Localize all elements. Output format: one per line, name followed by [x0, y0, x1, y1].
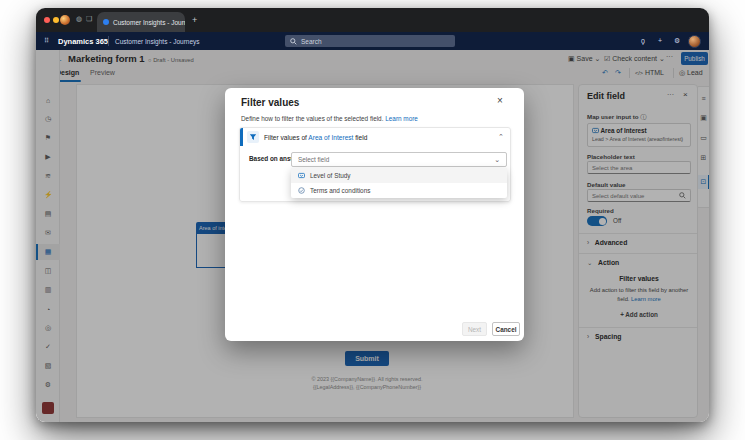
header-divider: [108, 36, 109, 46]
field-options-dropdown: Level of Study Terms and conditions: [291, 168, 507, 198]
filter-values-dialog: Filter values × Define how to filter the…: [225, 88, 524, 341]
tab-overview-icon[interactable]: ❏: [86, 15, 92, 23]
dialog-title: Filter values: [241, 97, 299, 108]
global-search-input[interactable]: Search: [285, 35, 455, 47]
tab-title: Customer Insights - Journeys: [113, 19, 185, 26]
section-accent-bar: [240, 128, 243, 146]
brand-logo[interactable]: Dynamics 365: [58, 37, 108, 46]
filter-funnel-icon: [247, 131, 259, 143]
extensions-icon[interactable]: ◍: [76, 15, 82, 23]
combobox-placeholder: Select field: [298, 156, 494, 163]
app-name[interactable]: Customer Insights - Journeys: [115, 38, 200, 45]
user-avatar[interactable]: [688, 35, 701, 48]
choice-field-icon: [298, 172, 305, 179]
tab-favicon: [103, 19, 109, 25]
field-name-link[interactable]: Area of Interest: [308, 134, 353, 141]
option-terms-and-conditions[interactable]: Terms and conditions: [291, 183, 507, 198]
next-button[interactable]: Next: [462, 322, 487, 336]
add-icon[interactable]: +: [658, 37, 662, 44]
app-content: ← Marketing form 1 ○ Draft - Unsaved ▣ S…: [36, 50, 709, 422]
settings-gear-icon[interactable]: ⚙: [674, 37, 680, 45]
browser-profile-avatar[interactable]: [60, 15, 70, 25]
search-icon: [290, 38, 297, 45]
dialog-close-icon[interactable]: ×: [497, 95, 503, 106]
dialog-learn-more-link[interactable]: Learn more: [385, 115, 418, 122]
checkmark-circle-icon: [298, 187, 305, 194]
cancel-button[interactable]: Cancel: [492, 322, 520, 336]
waffle-menu-icon[interactable]: ⠿: [44, 37, 48, 45]
combobox-chevron-icon: ⌄: [494, 156, 500, 164]
browser-chrome: ◍ ❏ Customer Insights - Journeys × +: [36, 8, 709, 32]
collapse-chevron-icon[interactable]: ⌃: [498, 133, 504, 141]
browser-window: ◍ ❏ Customer Insights - Journeys × + ⠿ D…: [36, 8, 709, 422]
coach-lightbulb-icon[interactable]: ϙ: [641, 37, 645, 44]
option-level-of-study[interactable]: Level of Study: [291, 168, 507, 183]
minimize-window-button[interactable]: [53, 17, 59, 23]
app-header: ⠿ Dynamics 365 Customer Insights - Journ…: [36, 32, 709, 50]
search-placeholder: Search: [301, 38, 322, 45]
browser-tab[interactable]: Customer Insights - Journeys ×: [97, 12, 185, 32]
new-tab-button[interactable]: +: [192, 16, 197, 25]
select-field-combobox[interactable]: Select field ⌄: [291, 152, 507, 167]
dialog-subtitle: Define how to filter the values of the s…: [241, 115, 418, 122]
close-window-button[interactable]: [44, 17, 50, 23]
filter-section-header[interactable]: Filter values of Area of Interest field: [264, 134, 367, 141]
